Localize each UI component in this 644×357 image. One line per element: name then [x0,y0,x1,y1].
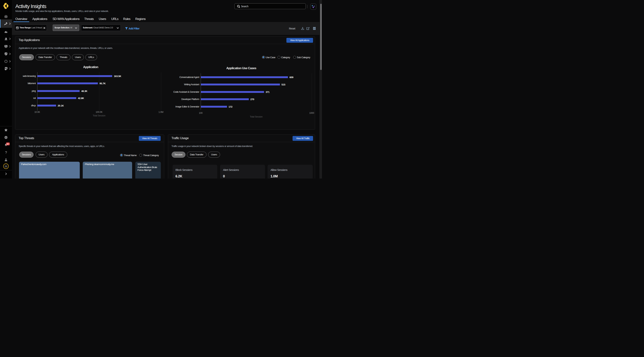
svg-text:CI: CI [5,165,7,168]
